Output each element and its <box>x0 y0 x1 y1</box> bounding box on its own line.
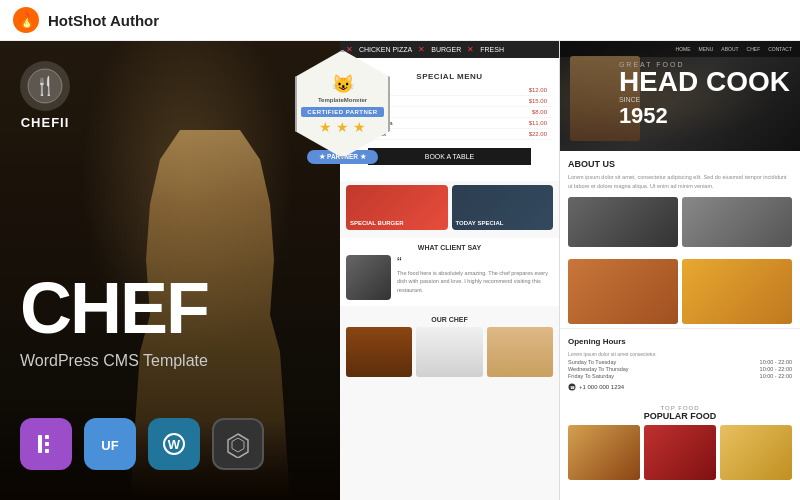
about-title: ABOUT US <box>568 159 792 169</box>
nav-contact: CONTACT <box>768 46 792 52</box>
quote-mark: “ <box>397 255 553 269</box>
left-panel: 🍴 CHEFII CHEF WordPress CMS Template UF … <box>0 41 340 500</box>
hero-year: 1952 <box>619 103 790 129</box>
client-say-title: WHAT CLIENT SAY <box>346 244 553 251</box>
chef-hat-icon: 🍴 <box>20 61 70 111</box>
hours-intro: Lorem ipsum dolor sit amet consectetur. <box>568 350 792 358</box>
food-image-1 <box>568 259 678 324</box>
client-content: “ The food here is absolutely amazing. T… <box>346 255 553 300</box>
nav-menu: MENU <box>699 46 714 52</box>
about-text: Lorem ipsum dolor sit amet, consectetur … <box>568 173 792 191</box>
nav-x2: ✕ <box>418 45 425 54</box>
hours-day-1: Sunday To Tuesday <box>568 359 616 365</box>
phone-number: ☎ +1 000 000 1234 <box>568 383 792 391</box>
elementor-icon[interactable] <box>20 418 72 470</box>
svg-rect-6 <box>45 442 49 446</box>
tm-icon: 😺 <box>332 73 354 95</box>
hours-row-3: Friday To Saturday 10:00 - 22:00 <box>568 373 792 379</box>
plugin-icons-row: UF W <box>20 418 264 470</box>
our-chef-title: OUR CHEF <box>346 316 553 323</box>
chef-title-block: CHEF WordPress CMS Template <box>20 272 208 370</box>
popular-food-img-2 <box>644 425 716 480</box>
chefii-badge: 🍴 CHEFII <box>20 61 70 130</box>
menu-item-price: $22.00 <box>529 131 547 137</box>
site-nav: HOME MENU ABOUT CHEF CONTACT <box>560 41 800 57</box>
book-table-button[interactable]: BOOK A TABLE <box>368 148 530 165</box>
tm-badge-shape: 😺 TemplateMonster CERTIFIED PARTNER ★ ★ … <box>295 50 390 158</box>
today-special-label: TODAY SPECIAL <box>456 220 504 226</box>
client-image <box>346 255 391 300</box>
nav-item-fresh: FRESH <box>480 46 504 53</box>
hours-day-2: Wednesday To Thursday <box>568 366 629 372</box>
preview-columns: ✕ CHICKEN PIZZA ✕ BURGER ✕ FRESH SPECIAL… <box>340 41 800 500</box>
chefii-label: CHEFII <box>21 115 70 130</box>
special-cards-row: SPECIAL BURGER TODAY SPECIAL <box>340 181 559 234</box>
svg-rect-5 <box>45 435 49 439</box>
popular-title: POPULAR FOOD <box>568 411 792 421</box>
brand-logo[interactable]: 🔥 HotShot Author <box>12 6 159 34</box>
hours-day-3: Friday To Saturday <box>568 373 614 379</box>
phone-text: +1 000 000 1234 <box>579 384 624 390</box>
opening-hours-section: Opening Hours Lorem ipsum dolor sit amet… <box>560 328 800 399</box>
menu-item-price: $15.00 <box>529 98 547 104</box>
hours-time-2: 10:00 - 22:00 <box>760 366 792 372</box>
about-image-1 <box>568 197 678 247</box>
popular-food-img-3 <box>720 425 792 480</box>
about-images-row <box>568 197 792 247</box>
popular-food-img-1 <box>568 425 640 480</box>
svg-text:W: W <box>168 437 181 452</box>
tm-stars: ★ ★ ★ <box>319 119 366 135</box>
chef-subtitle: WordPress CMS Template <box>20 352 208 370</box>
uf-icon[interactable]: UF <box>84 418 136 470</box>
preview-right-col: HOME MENU ABOUT CHEF CONTACT GREAT FOOD … <box>560 41 800 500</box>
main-content: 🍴 CHEFII CHEF WordPress CMS Template UF … <box>0 41 800 500</box>
menu-item-price: $11.00 <box>529 120 547 126</box>
hero-head-cook: HEAD COOK <box>619 68 790 96</box>
popular-food-section: TOP FOOD POPULAR FOOD <box>560 399 800 486</box>
hotshot-icon: 🔥 <box>12 6 40 34</box>
chef-card-2 <box>416 327 482 377</box>
hours-row-2: Wednesday To Thursday 10:00 - 22:00 <box>568 366 792 372</box>
client-say-section: WHAT CLIENT SAY “ The food here is absol… <box>340 238 559 306</box>
right-panel: ✕ CHICKEN PIZZA ✕ BURGER ✕ FRESH SPECIAL… <box>340 41 800 500</box>
special-burger-card: SPECIAL BURGER <box>346 185 448 230</box>
food-image-2 <box>682 259 792 324</box>
menu-item-price: $12.00 <box>529 87 547 93</box>
tm-name: TemplateMonster <box>318 97 367 105</box>
svg-rect-4 <box>38 435 42 453</box>
hours-row-1: Sunday To Tuesday 10:00 - 22:00 <box>568 359 792 365</box>
nav-item-burger: BURGER <box>431 46 461 53</box>
svg-text:🔥: 🔥 <box>18 12 36 29</box>
svg-text:UF: UF <box>101 438 118 453</box>
nav-x3: ✕ <box>467 45 474 54</box>
template-monster-badge: 😺 TemplateMonster CERTIFIED PARTNER ★ ★ … <box>295 50 390 164</box>
svg-text:☎: ☎ <box>570 384 575 389</box>
hours-time-3: 10:00 - 22:00 <box>760 373 792 379</box>
wordpress-icon[interactable]: W <box>148 418 200 470</box>
our-chef-section: OUR CHEF <box>340 310 559 383</box>
today-special-card: TODAY SPECIAL <box>452 185 554 230</box>
chef-cards-row <box>346 327 553 377</box>
hours-title: Opening Hours <box>568 337 792 346</box>
nav-chef: CHEF <box>747 46 761 52</box>
svg-text:🍴: 🍴 <box>34 75 57 97</box>
chef-card-3 <box>487 327 553 377</box>
client-quote-block: “ The food here is absolutely amazing. T… <box>397 255 553 294</box>
phone-icon: ☎ <box>568 383 576 391</box>
revolution-slider-icon[interactable] <box>212 418 264 470</box>
tm-certified: CERTIFIED PARTNER <box>301 107 383 117</box>
special-burger-label: SPECIAL BURGER <box>350 220 404 226</box>
nav-home: HOME <box>676 46 691 52</box>
header-bar: 🔥 HotShot Author <box>0 0 800 41</box>
nav-about: ABOUT <box>721 46 738 52</box>
hero-text-block: GREAT FOOD HEAD COOK SINCE 1952 <box>619 61 790 129</box>
menu-item-price: $8.00 <box>532 109 547 115</box>
chef-card-1 <box>346 327 412 377</box>
brand-name: HotShot Author <box>48 12 159 29</box>
about-section: ABOUT US Lorem ipsum dolor sit amet, con… <box>560 151 800 255</box>
chef-heading: CHEF <box>20 272 208 344</box>
right-food-images <box>560 255 800 328</box>
hours-time-1: 10:00 - 22:00 <box>760 359 792 365</box>
client-quote-text: The food here is absolutely amazing. The… <box>397 269 553 294</box>
popular-images-row <box>568 425 792 480</box>
